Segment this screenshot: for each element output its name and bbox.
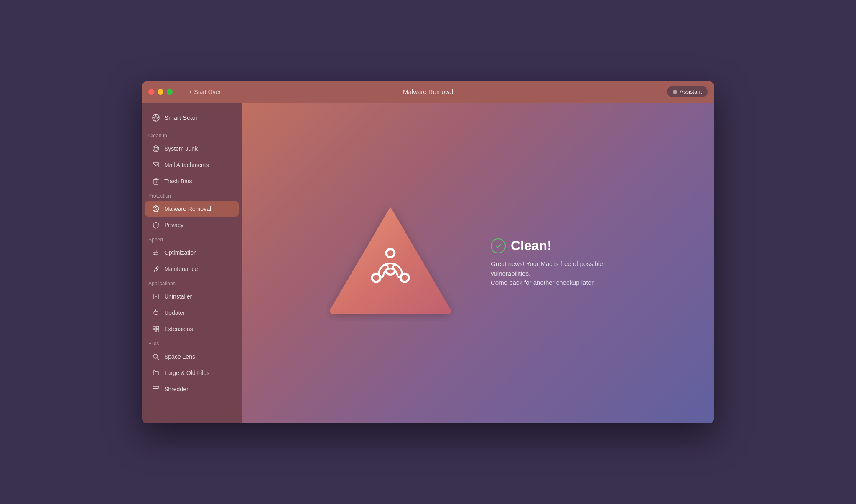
svg-point-40 xyxy=(387,250,393,256)
svg-line-31 xyxy=(157,358,159,360)
section-label-speed: Speed xyxy=(142,233,242,244)
sidebar-item-extensions[interactable]: Extensions xyxy=(145,321,239,337)
sidebar-item-shredder[interactable]: Shredder xyxy=(145,381,239,397)
uninstaller-icon xyxy=(152,292,160,301)
svg-rect-27 xyxy=(156,326,159,329)
clean-desc-line1: Great news! Your Mac is free of possible… xyxy=(491,260,603,277)
svg-point-17 xyxy=(155,208,157,210)
minimize-button[interactable] xyxy=(158,89,163,95)
maintenance-icon xyxy=(152,265,160,273)
sidebar-item-optimization[interactable]: Optimization xyxy=(145,245,239,261)
optimization-icon xyxy=(152,248,160,257)
svg-point-16 xyxy=(153,206,159,212)
maximize-button[interactable] xyxy=(167,89,173,95)
sidebar-item-uninstaller[interactable]: Uninstaller xyxy=(145,289,239,304)
sidebar-item-privacy[interactable]: Privacy xyxy=(145,217,239,233)
shredder-label: Shredder xyxy=(164,386,189,393)
svg-point-44 xyxy=(402,274,408,280)
clean-check-icon xyxy=(491,238,506,253)
chevron-left-icon: ‹ xyxy=(189,88,191,96)
uninstaller-label: Uninstaller xyxy=(164,293,192,300)
clean-title-row: Clean! xyxy=(491,238,633,253)
extensions-icon xyxy=(152,325,160,333)
section-label-files: Files xyxy=(142,337,242,348)
back-label: Start Over xyxy=(194,89,221,95)
system-junk-label: System Junk xyxy=(164,145,198,152)
svg-point-23 xyxy=(154,253,155,255)
updater-icon xyxy=(152,309,160,317)
svg-rect-26 xyxy=(153,326,155,329)
large-old-files-icon xyxy=(152,369,160,377)
sidebar-item-system-junk[interactable]: System Junk xyxy=(145,141,239,157)
titlebar: ‹ Start Over Malware Removal Assistant xyxy=(142,81,714,103)
assistant-dot-icon xyxy=(673,90,677,94)
app-window: ‹ Start Over Malware Removal Assistant xyxy=(142,81,714,423)
smart-scan-label: Smart Scan xyxy=(164,114,197,121)
assistant-label: Assistant xyxy=(680,89,702,95)
sidebar-item-space-lens[interactable]: Space Lens xyxy=(145,349,239,365)
mail-attachments-label: Mail Attachments xyxy=(164,162,209,168)
malware-removal-icon xyxy=(152,205,160,213)
sidebar-item-updater[interactable]: Updater xyxy=(145,305,239,321)
system-junk-icon xyxy=(152,144,160,153)
privacy-label: Privacy xyxy=(164,222,183,228)
optimization-label: Optimization xyxy=(164,249,197,256)
section-label-applications: Applications xyxy=(142,277,242,288)
window-body: Smart Scan Cleanup System Junk xyxy=(142,103,714,423)
trash-bins-label: Trash Bins xyxy=(164,178,192,185)
privacy-icon xyxy=(152,221,160,229)
content-inner: Clean! Great news! Your Mac is free of p… xyxy=(324,196,633,330)
sidebar-item-smart-scan[interactable]: Smart Scan xyxy=(145,109,239,126)
space-lens-label: Space Lens xyxy=(164,353,195,360)
svg-point-1 xyxy=(155,117,157,119)
svg-point-21 xyxy=(155,252,156,253)
svg-rect-29 xyxy=(156,329,159,332)
updater-label: Updater xyxy=(164,309,185,316)
sidebar: Smart Scan Cleanup System Junk xyxy=(142,103,242,423)
svg-point-22 xyxy=(156,250,158,251)
biohazard-icon-container xyxy=(324,196,457,330)
window-title: Malware Removal xyxy=(403,88,453,95)
clean-description: Great news! Your Mac is free of possible… xyxy=(491,259,633,288)
extensions-label: Extensions xyxy=(164,326,193,332)
biohazard-icon xyxy=(326,198,455,328)
mail-attachments-icon xyxy=(152,161,160,169)
smart-scan-icon xyxy=(152,114,160,122)
main-content: Clean! Great news! Your Mac is free of p… xyxy=(242,103,714,423)
clean-panel: Clean! Great news! Your Mac is free of p… xyxy=(491,238,633,288)
svg-rect-9 xyxy=(154,180,158,184)
section-label-protection: Protection xyxy=(142,190,242,200)
traffic-lights xyxy=(148,89,173,95)
svg-rect-32 xyxy=(153,386,159,388)
svg-point-42 xyxy=(373,274,379,280)
svg-rect-28 xyxy=(153,329,155,332)
large-old-files-label: Large & Old Files xyxy=(164,370,209,376)
sidebar-item-mail-attachments[interactable]: Mail Attachments xyxy=(145,157,239,173)
space-lens-icon xyxy=(152,352,160,361)
assistant-button[interactable]: Assistant xyxy=(667,86,708,97)
section-label-cleanup: Cleanup xyxy=(142,129,242,140)
shredder-icon xyxy=(152,385,160,393)
sidebar-item-malware-removal[interactable]: Malware Removal xyxy=(145,201,239,217)
sidebar-item-trash-bins[interactable]: Trash Bins xyxy=(145,173,239,189)
trash-bins-icon xyxy=(152,177,160,185)
clean-desc-line2: Come back for another checkup later. xyxy=(491,279,595,286)
clean-title-text: Clean! xyxy=(511,238,552,253)
sidebar-item-maintenance[interactable]: Maintenance xyxy=(145,261,239,277)
malware-removal-label: Malware Removal xyxy=(164,205,211,212)
sidebar-item-large-old-files[interactable]: Large & Old Files xyxy=(145,365,239,381)
back-button[interactable]: ‹ Start Over xyxy=(189,88,221,96)
close-button[interactable] xyxy=(148,89,154,95)
maintenance-label: Maintenance xyxy=(164,266,198,272)
